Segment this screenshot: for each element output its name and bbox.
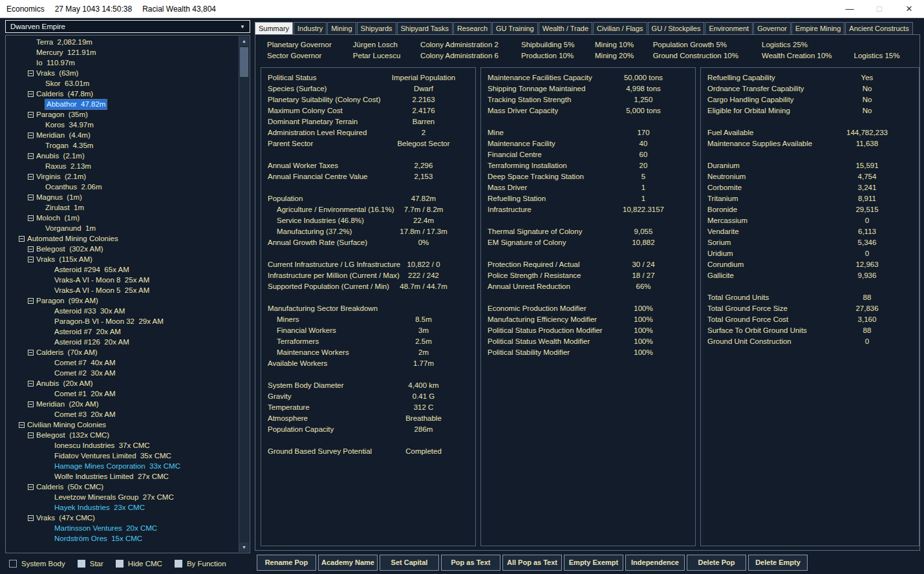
close-button[interactable]: ✕ — [894, 0, 924, 17]
tree-item[interactable]: Zirulast 1m — [6, 202, 239, 213]
tree-item[interactable]: Calderis (70x AM) — [6, 347, 239, 357]
tree-item[interactable]: Anubis (2.1m) — [6, 151, 239, 161]
tab-industry[interactable]: Industry — [294, 22, 327, 34]
scroll-up-icon[interactable]: ▲ — [239, 36, 249, 46]
tree-item[interactable]: Koros 34.97m — [6, 120, 239, 130]
expand-collapse-icon[interactable] — [28, 484, 34, 490]
filter-hide-cmc[interactable]: Hide CMC — [116, 560, 162, 568]
tree-item[interactable]: Meridian (4.4m) — [6, 130, 239, 140]
empty-exempt-button[interactable]: Empty Exempt — [564, 555, 623, 571]
tree-item[interactable]: Vraks (115x AM) — [6, 254, 239, 264]
expand-collapse-icon[interactable] — [28, 257, 34, 262]
tab-summary[interactable]: Summary — [255, 22, 293, 34]
tab-civilian-flags[interactable]: Civilian / Flags — [593, 22, 647, 34]
tree-item[interactable]: Fidatov Ventures Limited 35x CMC — [6, 451, 239, 461]
tree-item[interactable]: Raxus 2.13m — [6, 161, 239, 171]
maximize-button[interactable]: □ — [865, 0, 894, 17]
tree-item[interactable]: Terra 2,082.19m — [6, 37, 239, 47]
tab-shipyards[interactable]: Shipyards — [357, 22, 396, 34]
tree-item[interactable]: Nordström Ores 15x CMC — [6, 533, 239, 544]
tree-item[interactable]: Vraks (47x CMC) — [6, 513, 239, 523]
set-capital-button[interactable]: Set Capital — [380, 555, 439, 571]
expand-collapse-icon[interactable] — [28, 515, 34, 521]
expand-collapse-icon[interactable] — [28, 112, 34, 118]
tree-item[interactable]: Asteroid #7 20x AM — [6, 326, 239, 337]
tree-item[interactable]: Ionescu Industries 37x CMC — [6, 440, 239, 451]
tree-item[interactable]: Vraks-A VI - Moon 8 25x AM — [6, 275, 239, 285]
filter-by-function[interactable]: By Function — [175, 560, 226, 568]
tree-item[interactable]: Meridian (20x AM) — [6, 399, 239, 409]
tree-scrollbar[interactable]: ▲ ▼ — [239, 36, 249, 552]
independence-button[interactable]: Independence — [625, 555, 685, 571]
tree-item[interactable]: Calderis (47.8m) — [6, 89, 239, 99]
tab-governor[interactable]: Governor — [753, 22, 791, 34]
tree-item[interactable]: Martinsson Ventures 20x CMC — [6, 523, 239, 533]
tab-ancient-constructs[interactable]: Ancient Constructs — [845, 22, 912, 34]
tree-item[interactable]: Vraks-A VI - Moon 5 25x AM — [6, 285, 239, 295]
delete-empty-button[interactable]: Delete Empty — [748, 555, 808, 571]
tree-item[interactable]: Mercury 121.91m — [6, 47, 239, 58]
tab-gu-training[interactable]: GU Training — [492, 22, 538, 34]
tree-item[interactable]: Paragon (99x AM) — [6, 295, 239, 306]
tree-item[interactable]: Io 110.97m — [6, 58, 239, 68]
expand-collapse-icon[interactable] — [28, 350, 34, 356]
tree-item[interactable]: Comet #7 40x AM — [6, 357, 239, 368]
tree-item[interactable]: Levetzow Minerals Group 27x CMC — [6, 492, 239, 502]
expand-collapse-icon[interactable] — [28, 381, 34, 387]
tree-item-selected[interactable]: Abbathor 47.82m — [6, 99, 239, 109]
expand-collapse-icon[interactable] — [28, 91, 34, 97]
tree-item[interactable]: Moloch (1m) — [6, 213, 239, 223]
expand-collapse-icon[interactable] — [28, 246, 34, 252]
tab-environment[interactable]: Environment — [705, 22, 753, 34]
expand-collapse-icon[interactable] — [28, 401, 34, 407]
expand-collapse-icon[interactable] — [28, 298, 34, 304]
tree-item[interactable]: Wolfe Industries Limited 27x CMC — [6, 471, 239, 482]
tree-item[interactable]: Comet #3 20x AM — [6, 409, 239, 420]
filter-system-body[interactable]: System Body — [9, 560, 65, 568]
tree-item[interactable]: Anubis (20x AM) — [6, 378, 239, 388]
tab-mining[interactable]: Mining — [327, 22, 356, 34]
empire-selector[interactable]: Dwarven Empire ▼ — [5, 20, 250, 33]
tree-item[interactable]: Magnus (1m) — [6, 192, 239, 202]
tab-empire-mining[interactable]: Empire Mining — [791, 22, 844, 34]
tree-item[interactable]: Automated Mining Colonies — [6, 233, 239, 244]
expand-collapse-icon[interactable] — [19, 236, 25, 242]
expand-collapse-icon[interactable] — [28, 215, 34, 221]
expand-collapse-icon[interactable] — [28, 174, 34, 180]
tree-item[interactable]: Hayek Industries 23x CMC — [6, 502, 239, 513]
tab-shipyard-tasks[interactable]: Shipyard Tasks — [397, 22, 453, 34]
scrollbar-thumb[interactable] — [240, 47, 248, 77]
tree-item[interactable]: Trogan 4.35m — [6, 140, 239, 151]
tree-item[interactable]: Vorganund 1m — [6, 223, 239, 233]
pop-as-text-button[interactable]: Pop as Text — [441, 555, 500, 571]
tree-item[interactable]: Asteroid #126 20x AM — [6, 337, 239, 347]
tree-item[interactable]: Civilian Mining Colonies — [6, 420, 239, 430]
tree-item[interactable]: Paragon (35m) — [6, 109, 239, 120]
tree-item[interactable]: Comet #1 20x AM — [6, 388, 239, 399]
minimize-button[interactable]: — — [835, 0, 865, 17]
tree-item[interactable]: Hamage Mines Corporation 33x CMC — [6, 461, 239, 471]
all-pop-as-text-button[interactable]: All Pop as Text — [502, 555, 562, 571]
tree-item[interactable]: Virginis (2.1m) — [6, 171, 239, 182]
tab-research[interactable]: Research — [453, 22, 491, 34]
tree-item[interactable]: Vraks (63m) — [6, 68, 239, 78]
tree-item[interactable]: Calderis (50x CMC) — [6, 482, 239, 492]
expand-collapse-icon[interactable] — [28, 153, 34, 159]
expand-collapse-icon[interactable] — [28, 432, 34, 438]
tree-item[interactable]: Comet #2 30x AM — [6, 368, 239, 378]
expand-collapse-icon[interactable] — [19, 422, 25, 428]
expand-collapse-icon[interactable] — [28, 195, 34, 200]
tab-wealth-trade[interactable]: Wealth / Trade — [539, 22, 592, 34]
scroll-down-icon[interactable]: ▼ — [239, 542, 249, 552]
tree-item[interactable]: Asteroid #294 65x AM — [6, 264, 239, 275]
tree-item[interactable]: Paragon-B VI - Moon 32 29x AM — [6, 316, 239, 326]
delete-pop-button[interactable]: Delete Pop — [687, 555, 746, 571]
expand-collapse-icon[interactable] — [28, 70, 34, 76]
academy-name-button[interactable]: Academy Name — [318, 555, 378, 571]
rename-pop-button[interactable]: Rename Pop — [257, 555, 316, 571]
tree-item[interactable]: Belegost (302x AM) — [6, 244, 239, 254]
tree-item[interactable]: Asteroid #33 30x AM — [6, 306, 239, 316]
tree-item[interactable]: Skor 63.01m — [6, 78, 239, 89]
scrollbar-track[interactable] — [239, 46, 249, 542]
tree-item[interactable]: Belegost (132x CMC) — [6, 430, 239, 440]
